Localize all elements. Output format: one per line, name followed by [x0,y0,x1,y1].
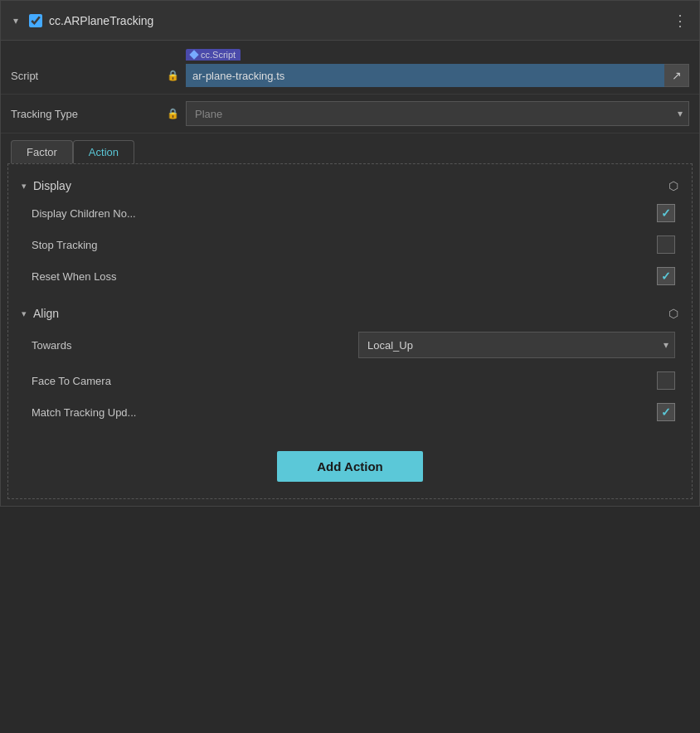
face-to-camera-checkbox[interactable] [657,371,675,390]
script-lock-icon: 🔒 [167,70,179,81]
tabs-bar: Factor Action [1,133,699,163]
stop-tracking-row: Stop Tracking [18,229,682,260]
script-diamond-icon [189,50,198,59]
checkmark-icon-2: ✓ [661,269,671,283]
reset-when-loss-label: Reset When Loss [32,270,647,283]
display-section: ▾ Display ⬡ Display Children No... ✓ Sto… [18,174,682,292]
add-action-button[interactable]: Add Action [277,451,422,482]
tracking-type-field-row: Tracking Type 🔒 Plane Image Face ▾ [1,95,699,133]
checkmark-icon: ✓ [661,206,671,220]
script-input-wrap: cc.Script ↗ [186,64,689,87]
display-collapse-icon: ▾ [22,181,27,192]
tracking-type-lock-icon: 🔒 [167,108,179,119]
display-export-icon[interactable]: ⬡ [668,179,678,192]
align-export-icon[interactable]: ⬡ [668,307,678,320]
towards-select[interactable]: Local_Up World_Up Camera [358,332,675,358]
display-section-title: Display [33,179,71,192]
reset-when-loss-row: Reset When Loss ✓ [18,260,682,292]
match-tracking-row: Match Tracking Upd... ✓ [18,396,682,428]
add-action-wrap: Add Action [18,438,682,488]
display-children-label: Display Children No... [32,207,647,220]
tracking-type-select-wrap: Plane Image Face ▾ [186,101,689,126]
face-to-camera-row: Face To Camera [18,365,682,396]
component-enabled-checkbox[interactable] [29,14,42,27]
script-navigate-button[interactable]: ↗ [664,64,689,87]
tracking-type-select[interactable]: Plane Image Face [186,101,689,126]
towards-row: Towards Local_Up World_Up Camera ▾ [18,325,682,365]
tab-action[interactable]: Action [73,140,134,163]
tab-factor[interactable]: Factor [11,140,73,163]
reset-when-loss-checkbox[interactable]: ✓ [657,267,675,285]
towards-label: Towards [32,339,348,352]
script-field-row: Script 🔒 cc.Script ↗ [1,41,699,95]
dots-menu-icon[interactable]: ⋮ [669,8,691,33]
component-title: cc.ARPlaneTracking [49,14,153,27]
script-badge: cc.Script [186,49,241,61]
collapse-chevron-icon[interactable]: ▾ [9,14,22,27]
align-section: ▾ Align ⬡ Towards Local_Up World_Up Came… [18,302,682,428]
align-section-header[interactable]: ▾ Align ⬡ [18,302,682,325]
face-to-camera-label: Face To Camera [32,375,647,387]
tracking-type-label: Tracking Type [11,108,160,120]
match-tracking-checkbox[interactable]: ✓ [657,403,675,421]
match-tracking-label: Match Tracking Upd... [32,406,647,419]
script-label: Script [11,70,160,82]
display-children-checkbox[interactable]: ✓ [657,204,675,222]
align-section-title: Align [33,307,59,320]
content-area: ▾ Display ⬡ Display Children No... ✓ Sto… [7,163,693,499]
panel-header: ▾ cc.ARPlaneTracking ⋮ [1,1,699,41]
display-children-row: Display Children No... ✓ [18,197,682,229]
checkmark-icon-3: ✓ [661,405,671,419]
align-collapse-icon: ▾ [22,308,27,319]
towards-select-wrap: Local_Up World_Up Camera ▾ [358,332,675,358]
panel-header-left: ▾ cc.ARPlaneTracking [9,14,153,27]
main-panel: ▾ cc.ARPlaneTracking ⋮ Script 🔒 cc.Scrip… [0,0,700,507]
display-section-left: ▾ Display [22,179,71,192]
stop-tracking-checkbox[interactable] [657,235,675,254]
script-input[interactable] [186,64,664,87]
script-badge-label: cc.Script [201,50,236,60]
align-section-left: ▾ Align [22,307,59,320]
stop-tracking-label: Stop Tracking [32,239,647,251]
display-section-header[interactable]: ▾ Display ⬡ [18,174,682,197]
